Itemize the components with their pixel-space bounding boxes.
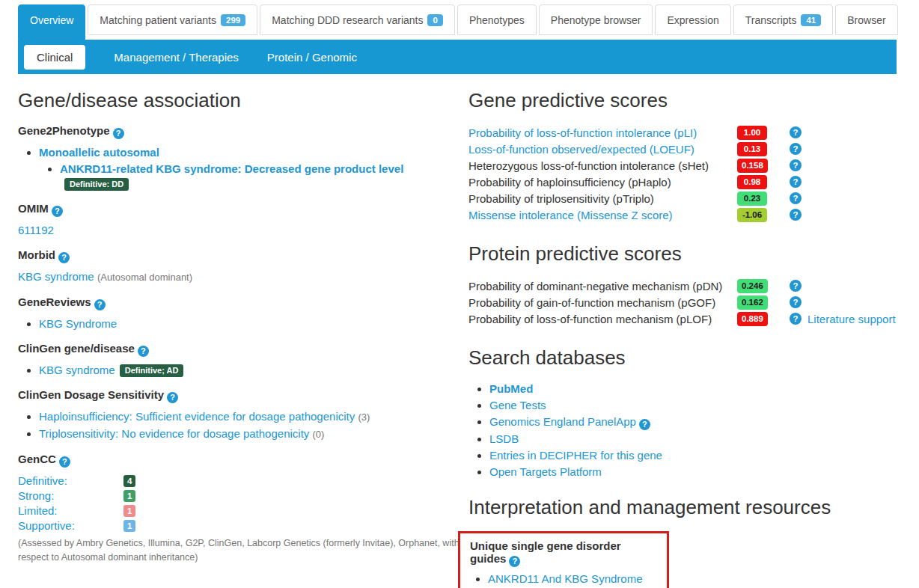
list-item: Triplosensitivity: No evidence for dosag… (39, 426, 468, 442)
tab-label: Matching patient variants (100, 14, 216, 26)
help-icon[interactable] (790, 192, 802, 204)
pli-link[interactable]: Probability of loss-of-function intolera… (468, 126, 697, 139)
decipher-entries-link[interactable]: Entries in DECIPHER for this gene (489, 449, 662, 462)
help-icon[interactable] (790, 176, 802, 188)
tab-overview[interactable]: Overview (18, 4, 85, 40)
section-heading-interpretation-resources: Interpretation and management resources (468, 496, 897, 519)
list-item: Entries in DECIPHER for this gene (489, 448, 897, 463)
help-icon[interactable] (509, 556, 520, 567)
help-icon[interactable] (59, 456, 70, 468)
subnav-tab-protein-genomic[interactable]: Protein / Genomic (267, 51, 357, 64)
monoallelic-autosomal-link[interactable]: Monoallelic autosomal (39, 146, 159, 159)
overview-content: Gene/disease association Gene2Phenotype … (0, 74, 919, 588)
list-item: Monoallelic autosomal ANKRD11-related KB… (39, 145, 468, 192)
list-item: PubMed (489, 382, 897, 396)
phaplo-value-badge: 0.98 (737, 175, 767, 189)
help-icon[interactable] (167, 392, 178, 403)
morbid-label: Morbid (18, 248, 55, 261)
gencc-row-limited: Limited: 1 (18, 503, 468, 518)
scores-and-resources-panel: Gene predictive scores Probability of lo… (468, 85, 897, 588)
help-icon[interactable] (113, 128, 124, 139)
clingen-label: ClinGen gene/disease (18, 342, 135, 355)
section-heading-gene-disease-association: Gene/disease association (18, 89, 468, 112)
ptriplo-label: Probability of triplosensitivity (pTripl… (468, 192, 737, 205)
guide-link-kbg[interactable]: ANKRD11 And KBG Syndrome (488, 572, 642, 585)
pgof-value-badge: 0.162 (737, 295, 768, 310)
list-item: Open Targets Platform (489, 465, 897, 480)
clingen-dosage-title: ClinGen Dosage Sensitivity (18, 388, 468, 403)
gencc-limited-link[interactable]: Limited: (18, 504, 58, 517)
haploinsufficiency-link[interactable]: Haploinsufficiency: Sufficient evidence … (39, 410, 355, 423)
help-icon[interactable] (58, 252, 70, 263)
omim-title: OMIM (18, 202, 468, 217)
missense-z-link[interactable]: Missense intolerance (Missense Z score) (468, 209, 673, 221)
tab-browser[interactable]: Browser (835, 4, 897, 35)
guides-box-title: Unique single gene disorder guides (470, 539, 658, 567)
help-icon[interactable] (790, 126, 802, 138)
omim-label: OMIM (18, 202, 49, 215)
help-icon[interactable] (790, 143, 802, 155)
list-item: KBG Syndrome (39, 316, 468, 331)
gencc-row-supportive: Supportive: 1 (18, 518, 468, 533)
help-icon[interactable] (790, 313, 802, 325)
pdn-value-badge: 0.246 (737, 279, 768, 293)
count-badge: 0 (427, 14, 442, 26)
score-row-pli: Probability of loss-of-function intolera… (468, 124, 897, 141)
definitive-dd-badge: Definitive: DD (64, 178, 129, 191)
clingen-gene-disease-title: ClinGen gene/disease (18, 342, 468, 357)
genereviews-kbg-link[interactable]: KBG Syndrome (39, 317, 117, 330)
tab-expression[interactable]: Expression (655, 4, 730, 35)
definitive-ad-badge: Definitive; AD (120, 364, 184, 377)
help-icon[interactable] (94, 299, 106, 310)
list-item: LSDB (489, 432, 897, 447)
clingen-kbg-link[interactable]: KBG syndrome (39, 364, 115, 376)
morbid-kbg-syndrome-link[interactable]: KBG syndrome (18, 270, 94, 283)
morbid-title: Morbid (18, 248, 468, 263)
list-item: Gene Tests (489, 398, 897, 413)
loeuf-link[interactable]: Loss-of-function observed/expected (LOEU… (468, 143, 694, 156)
plof-value-badge: 0.889 (737, 312, 768, 326)
score-row-phaplo: Probability of haploinsufficiency (pHapl… (468, 174, 897, 190)
ankrd11-kbg-syndrome-link[interactable]: ANKRD11-related KBG syndrome: Decreased … (60, 162, 403, 175)
shet-label: Heterozygous loss-of-function intoleranc… (468, 159, 737, 172)
gencc-limited-count: 1 (123, 505, 135, 517)
gencc-definitive-count: 4 (123, 475, 135, 487)
score-row-loeuf: Loss-of-function observed/expected (LOEU… (468, 141, 897, 157)
literature-support-link[interactable]: Literature support (807, 313, 896, 325)
score-row-missense-z: Missense intolerance (Missense Z score) … (468, 206, 897, 223)
gencc-supportive-link[interactable]: Supportive: (18, 519, 75, 532)
pgof-label: Probability of gain-of-function mechanis… (468, 296, 737, 309)
tab-phenotype-browser[interactable]: Phenotype browser (539, 4, 653, 35)
count-badge: 41 (801, 14, 821, 26)
tab-label: Transcripts (745, 14, 797, 26)
gencc-strong-link[interactable]: Strong: (18, 489, 54, 502)
triplosensitivity-link[interactable]: Triplosensitivity: No evidence for dosag… (39, 427, 309, 440)
help-icon[interactable] (790, 159, 802, 171)
help-icon[interactable] (52, 206, 63, 217)
pli-value-badge: 1.00 (737, 126, 767, 140)
inheritance-note: (Autosomal dominant) (97, 272, 192, 283)
pubmed-link[interactable]: PubMed (489, 382, 533, 395)
help-icon[interactable] (790, 280, 802, 292)
help-icon[interactable] (639, 419, 650, 430)
help-icon[interactable] (790, 209, 802, 221)
tab-matching-ddd-research-variants[interactable]: Matching DDD research variants0 (260, 4, 455, 35)
gencc-strong-count: 1 (123, 490, 135, 502)
subnav-tab-clinical[interactable]: Clinical (24, 45, 85, 70)
help-icon[interactable] (790, 296, 802, 308)
panelapp-link[interactable]: Genomics England PanelApp (489, 415, 636, 428)
tab-matching-patient-variants[interactable]: Matching patient variants299 (88, 4, 257, 35)
gencc-title: GenCC (18, 453, 468, 468)
tab-transcripts[interactable]: Transcripts41 (733, 4, 834, 35)
omim-id-link[interactable]: 611192 (18, 224, 54, 236)
lsdb-link[interactable]: LSDB (489, 432, 519, 445)
gencc-row-definitive: Definitive: 4 (18, 474, 468, 489)
tab-phenotypes[interactable]: Phenotypes (457, 4, 537, 35)
section-heading-protein-predictive-scores: Protein predictive scores (468, 242, 897, 266)
help-icon[interactable] (138, 346, 149, 357)
ptriplo-value-badge: 0.23 (737, 192, 767, 206)
gene-tests-link[interactable]: Gene Tests (489, 399, 546, 411)
gencc-definitive-link[interactable]: Definitive: (18, 474, 67, 487)
open-targets-link[interactable]: Open Targets Platform (489, 465, 602, 478)
subnav-tab-management-therapies[interactable]: Management / Therapies (114, 51, 239, 64)
